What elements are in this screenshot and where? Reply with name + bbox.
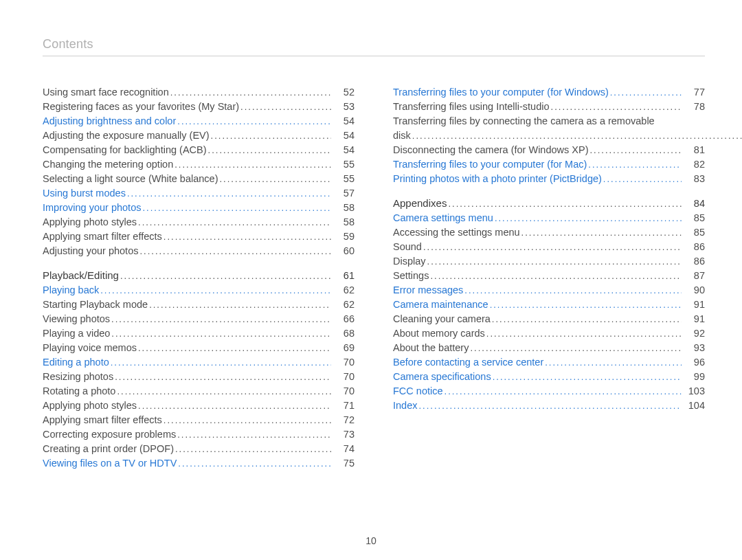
- toc-entry-page: 62: [334, 283, 355, 298]
- toc-leader-dots: [588, 157, 682, 172]
- toc-entry[interactable]: Printing photos with a photo printer (Pi…: [393, 172, 705, 186]
- toc-entry[interactable]: Appendixes84: [393, 196, 705, 211]
- toc-entry[interactable]: Viewing files on a TV or HDTV75: [43, 456, 355, 471]
- toc-entry-page: 85: [684, 225, 705, 240]
- toc-entry[interactable]: Applying photo styles71: [43, 399, 355, 413]
- toc-entry[interactable]: Accessing the settings menu85: [393, 225, 705, 240]
- toc-entry[interactable]: About the battery93: [393, 341, 705, 355]
- toc-entry[interactable]: Settings87: [393, 269, 705, 283]
- toc-entry-title: Adjusting brightness and color: [43, 114, 176, 128]
- toc-entry[interactable]: Correcting exposure problems73: [43, 427, 355, 442]
- toc-leader-dots: [521, 225, 682, 240]
- toc-entry[interactable]: Creating a print order (DPOF)74: [43, 442, 355, 456]
- toc-entry-page: 52: [334, 85, 355, 100]
- toc-entry-title: Playing back: [43, 283, 99, 298]
- toc-entry[interactable]: Editing a photo70: [43, 355, 355, 370]
- toc-entry[interactable]: Camera settings menu85: [393, 211, 705, 225]
- toc-entry-title: FCC notice: [393, 384, 443, 399]
- toc-entry[interactable]: Playing voice memos69: [43, 341, 355, 355]
- toc-entry[interactable]: Sound86: [393, 240, 705, 254]
- toc-entry[interactable]: Disconnecting the camera (for Windows XP…: [393, 143, 705, 157]
- toc-entry-title: Camera specifications: [393, 370, 491, 384]
- toc-entry[interactable]: Improving your photos58: [43, 201, 355, 215]
- toc-entry-page: 74: [334, 442, 355, 456]
- toc-leader-dots: [120, 269, 331, 283]
- toc-entry[interactable]: Viewing photos66: [43, 312, 355, 326]
- toc-leader-dots: [175, 157, 331, 172]
- toc-entry[interactable]: Transferring files by connecting the cam…: [393, 114, 705, 143]
- toc-entry[interactable]: Changing the metering option55: [43, 157, 355, 172]
- toc-entry-page: 86: [684, 254, 705, 269]
- toc-leader-dots: [418, 399, 682, 413]
- toc-entry-title: Before contacting a service center: [393, 355, 543, 370]
- toc-entry-page: 96: [684, 355, 705, 370]
- toc-leader-dots: [100, 283, 331, 298]
- toc-entry-title: Using smart face recognition: [43, 85, 169, 100]
- toc-entry-page: 54: [334, 128, 355, 143]
- toc-entry[interactable]: Display86: [393, 254, 705, 269]
- toc-entry[interactable]: Cleaning your camera91: [393, 312, 705, 326]
- toc-entry[interactable]: Resizing photos70: [43, 370, 355, 384]
- toc-entry-title: Using burst modes: [43, 186, 126, 201]
- toc-columns: Using smart face recognition52Registerin…: [43, 85, 705, 471]
- toc-entry-page: 104: [684, 399, 705, 413]
- toc-entry[interactable]: Applying smart filter effects72: [43, 413, 355, 427]
- toc-entry[interactable]: Error messages90: [393, 283, 705, 298]
- toc-leader-dots: [412, 128, 742, 143]
- toc-entry[interactable]: Using smart face recognition52: [43, 85, 355, 100]
- toc-entry[interactable]: Adjusting your photos60: [43, 244, 355, 258]
- toc-entry[interactable]: Before contacting a service center96: [393, 355, 705, 370]
- toc-entry[interactable]: Using burst modes57: [43, 186, 355, 201]
- toc-entry[interactable]: Adjusting the exposure manually (EV)54: [43, 128, 355, 143]
- toc-entry[interactable]: Camera maintenance91: [393, 298, 705, 312]
- toc-entry-page: 69: [334, 341, 355, 355]
- toc-leader-dots: [545, 355, 682, 370]
- toc-entry-title: Settings: [393, 269, 429, 283]
- toc-entry[interactable]: Transferring files to your computer (for…: [393, 85, 705, 100]
- toc-entry[interactable]: Selecting a light source (White balance)…: [43, 172, 355, 186]
- toc-entry-page: 85: [684, 211, 705, 225]
- toc-entry[interactable]: Registering faces as your favorites (My …: [43, 100, 355, 114]
- toc-entry[interactable]: Camera specifications99: [393, 370, 705, 384]
- toc-entry-title: Display: [393, 254, 426, 269]
- toc-entry[interactable]: About memory cards92: [393, 326, 705, 341]
- toc-entry-page: 103: [684, 384, 705, 399]
- toc-entry-page: 66: [334, 312, 355, 326]
- toc-leader-dots: [177, 114, 331, 128]
- toc-leader-dots: [448, 197, 682, 211]
- toc-entry-title: Playback/Editing: [43, 268, 119, 282]
- toc-entry[interactable]: Playing back62: [43, 283, 355, 298]
- toc-entry-title: Viewing photos: [43, 312, 110, 326]
- toc-entry[interactable]: Playback/Editing61: [43, 268, 355, 283]
- toc-entry-page: 70: [334, 384, 355, 399]
- toc-entry[interactable]: Applying photo styles58: [43, 215, 355, 229]
- toc-entry-title: Transferring files to your computer (for…: [393, 157, 587, 172]
- toc-entry[interactable]: Index104: [393, 399, 705, 413]
- toc-entry-title: Applying photo styles: [43, 215, 137, 229]
- toc-entry-title: Index: [393, 399, 417, 413]
- toc-leader-dots: [490, 298, 682, 312]
- toc-entry[interactable]: FCC notice103: [393, 384, 705, 399]
- toc-entry-title: Selecting a light source (White balance): [43, 172, 218, 186]
- page-header: Contents: [43, 37, 705, 56]
- toc-entry-title: Registering faces as your favorites (My …: [43, 100, 239, 114]
- toc-entry-title: Compensating for backlighting (ACB): [43, 143, 207, 157]
- toc-entry[interactable]: Compensating for backlighting (ACB)54: [43, 143, 355, 157]
- toc-entry[interactable]: Starting Playback mode62: [43, 298, 355, 312]
- toc-leader-dots: [138, 399, 331, 413]
- toc-entry[interactable]: Applying smart filter effects59: [43, 229, 355, 244]
- toc-entry[interactable]: Transferring files to your computer (for…: [393, 157, 705, 172]
- toc-entry[interactable]: Rotating a photo70: [43, 384, 355, 399]
- toc-entry-title: About memory cards: [393, 326, 485, 341]
- toc-entry[interactable]: Playing a video68: [43, 326, 355, 341]
- toc-entry-page: 57: [334, 186, 355, 201]
- toc-entry-title: Cleaning your camera: [393, 312, 491, 326]
- toc-entry-page: 92: [684, 326, 705, 341]
- toc-entry-title: Starting Playback mode: [43, 298, 148, 312]
- toc-entry[interactable]: Adjusting brightness and color54: [43, 114, 355, 128]
- toc-entry-title-cont: disk: [393, 128, 411, 143]
- toc-leader-dots: [178, 456, 331, 471]
- toc-entry[interactable]: Transferring files using Intelli-studio7…: [393, 100, 705, 114]
- toc-leader-dots: [423, 240, 682, 254]
- toc-entry-page: 91: [684, 298, 705, 312]
